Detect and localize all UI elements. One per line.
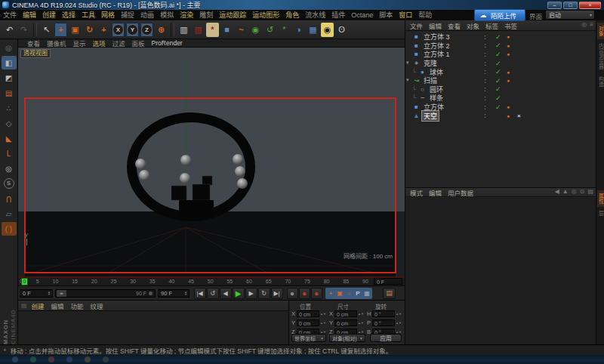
viewport-menu-item[interactable]: 查看 [27, 39, 40, 48]
maximize-button[interactable]: □ [563, 2, 578, 9]
material-manager[interactable]: ▤ 创建编辑功能纹理 [18, 300, 288, 344]
play-button[interactable]: ▶ [233, 288, 245, 299]
rot-p-field[interactable]: 0 ° [372, 319, 395, 326]
move-tool-icon[interactable]: + [54, 23, 67, 37]
interface-select[interactable]: 启动 ▾ [545, 10, 595, 20]
key-scale-button[interactable]: ▣ [335, 288, 344, 298]
material-tag-icon[interactable]: ● [507, 43, 510, 48]
keyframe-film-button[interactable]: ▤ [383, 288, 396, 299]
loop-button[interactable]: ↻ [258, 288, 270, 299]
menu-item[interactable]: 动画 [137, 10, 157, 20]
pos-x-field[interactable]: 0 cm [297, 310, 319, 317]
timeline-ruler[interactable]: 051015202530354045505560657075808590 0 0… [18, 276, 405, 285]
close-button[interactable]: × [579, 2, 601, 9]
menu-item[interactable]: 渲染 [177, 10, 196, 20]
primitives-icon[interactable]: ■ [220, 23, 233, 37]
side-tab[interactable]: 对象 [597, 23, 604, 39]
enabled-check-icon[interactable]: ✓ [495, 60, 501, 67]
axis-mode-icon[interactable]: L [2, 147, 17, 160]
environment-icon[interactable]: ▦ [307, 23, 319, 37]
attribute-manager-menu-item[interactable]: 用户数据 [448, 188, 473, 197]
goto-end-button[interactable]: ▶| [271, 288, 283, 299]
menu-item[interactable]: 模拟 [157, 10, 177, 20]
menu-item[interactable]: 网格 [98, 10, 118, 20]
coord-system-select[interactable]: 世界坐标▼ [291, 334, 326, 342]
stepper-icon[interactable]: ▲▼ [48, 291, 52, 296]
current-frame-mini-field[interactable]: 0 F [374, 278, 402, 285]
upload-button[interactable]: ☁ 陌陌上传 [474, 9, 525, 21]
object-row[interactable]: ■ 立方体 : ✓ ● [405, 103, 596, 112]
enabled-check-icon[interactable]: ✓ [495, 68, 501, 76]
autokey-button[interactable]: ● [287, 288, 298, 299]
range-handle[interactable]: ◂▸ [57, 290, 66, 297]
enabled-check-icon[interactable]: ✓ [495, 42, 501, 49]
snap-magnet-icon[interactable]: U [2, 192, 17, 205]
z-axis-lock-icon[interactable]: Z [140, 23, 153, 37]
taskbar-icon[interactable] [103, 356, 109, 362]
attribute-manager-body[interactable] [405, 198, 596, 344]
menu-item[interactable]: 脚本 [376, 10, 396, 20]
side-tab[interactable]: 构造 [597, 73, 604, 90]
object-manager-menu-item[interactable]: 编辑 [429, 21, 442, 30]
material-tag-icon[interactable]: ● [507, 69, 510, 75]
menu-item[interactable]: 运动图形 [249, 10, 282, 20]
material-tag-icon[interactable]: ● [507, 78, 510, 83]
range-end-handle[interactable] [149, 292, 153, 295]
render-settings-icon[interactable]: * [206, 23, 219, 37]
render-view-icon[interactable]: ▥ [177, 23, 190, 37]
viewport-menu-item[interactable]: 显示 [73, 39, 86, 48]
visibility-dots[interactable]: : [484, 85, 486, 93]
visibility-dots[interactable]: : [484, 103, 486, 111]
key-pla-button[interactable]: ▦ [362, 288, 371, 298]
size-y-field[interactable]: 0 cm [334, 319, 357, 326]
menu-item[interactable]: 捕捉 [118, 10, 137, 20]
scale-tool-icon[interactable]: ▣ [69, 23, 82, 37]
windows-taskbar[interactable] [0, 355, 604, 364]
perspective-view-tab[interactable]: 透视视图 [20, 49, 51, 58]
play-backwards-button[interactable]: ↺ [207, 288, 219, 299]
camera-icon[interactable]: ◉ [321, 23, 334, 37]
edges-mode-icon[interactable]: ◇ [2, 116, 17, 130]
viewport-menu-item[interactable]: 选项 [93, 39, 106, 48]
material-tag-icon[interactable]: ● [507, 104, 510, 110]
material-menu-item[interactable]: 功能 [71, 301, 84, 310]
next-frame-button[interactable]: ▶ [245, 288, 257, 299]
menu-item[interactable]: 文件 [0, 10, 20, 20]
lock-icon[interactable]: ⊙ [580, 188, 585, 195]
viewport-menu-item[interactable]: 面板 [132, 39, 145, 48]
visibility-dots[interactable]: : [484, 112, 486, 119]
back-icon[interactable]: ◀ [555, 188, 559, 195]
visibility-dots[interactable]: : [484, 42, 486, 49]
material-menu-item[interactable]: 编辑 [51, 301, 64, 310]
workplane-icon[interactable]: ▱ [2, 207, 17, 221]
menu-item[interactable]: Octane [348, 10, 376, 20]
enabled-check-icon[interactable]: ✓ [495, 94, 501, 102]
visibility-dots[interactable]: : [484, 77, 486, 85]
menu-item[interactable]: 角色 [282, 10, 302, 20]
viewport-menu-item[interactable]: ProRender [152, 39, 183, 47]
frame-range-slider[interactable]: ◂▸ 90 F [55, 289, 156, 298]
current-frame-field[interactable]: 0 F ▲▼ [20, 289, 53, 298]
snap-settings-icon[interactable]: S [2, 177, 17, 190]
menu-item[interactable]: 窗口 [396, 10, 415, 20]
object-row[interactable]: ■ 立方体 3 : ✓ ● [405, 32, 596, 42]
material-tag-icon[interactable]: ● [507, 34, 510, 39]
apply-button[interactable]: 应用 [370, 334, 402, 342]
side-tab[interactable]: 层 [597, 208, 604, 219]
deformers-icon[interactable]: * [278, 23, 291, 37]
object-name[interactable]: 天空 [422, 111, 439, 121]
attribute-manager-menu-item[interactable]: 编辑 [429, 188, 442, 197]
solo-mode-icon[interactable]: ◎ [2, 162, 17, 175]
y-axis-lock-icon[interactable]: Y [126, 23, 139, 37]
search-icon[interactable]: ◎ [581, 21, 587, 28]
script-parens-icon[interactable]: ( ) [2, 222, 17, 236]
texture-mode-icon[interactable]: ▤ [2, 86, 17, 100]
menu-item[interactable]: 选择 [59, 10, 79, 20]
object-row[interactable]: ▲ 天空 : ● × [405, 111, 596, 120]
menu-item[interactable]: 帮助 [415, 10, 435, 20]
enabled-check-icon[interactable]: ✓ [495, 77, 501, 85]
stepper-icon[interactable]: ▲▼ [184, 291, 189, 296]
render-picture-viewer-icon[interactable]: ▥ [192, 23, 205, 37]
enabled-check-icon[interactable]: ✓ [495, 33, 501, 41]
separator[interactable] [33, 23, 37, 36]
